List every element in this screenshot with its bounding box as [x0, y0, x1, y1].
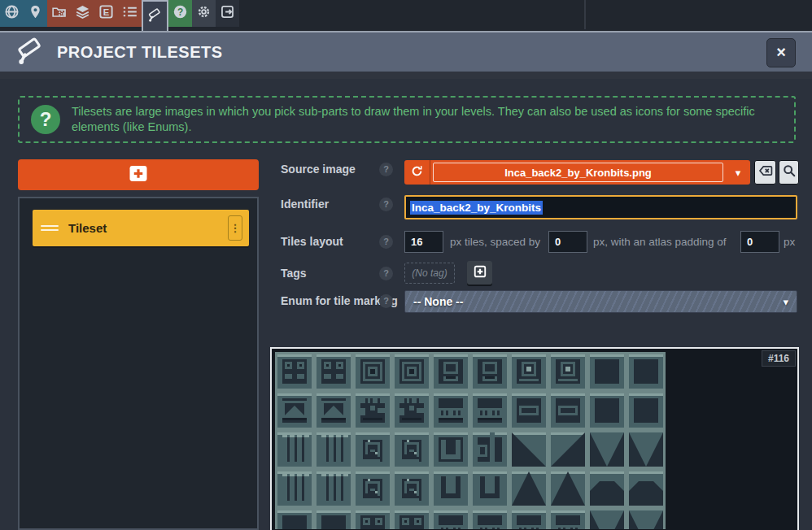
page-title: PROJECT TILESETS [57, 43, 223, 62]
source-image-dropdown-button[interactable]: ▾ [726, 160, 750, 185]
tiles-layout-help-icon[interactable]: ? [379, 235, 393, 249]
tileset-list: Tileset ⋮ [18, 197, 259, 530]
help-box: ? Tilesets are large images in which you… [18, 96, 796, 143]
plus-square-icon [472, 263, 488, 283]
tags-help-icon[interactable]: ? [379, 267, 393, 280]
svg-text:E: E [103, 7, 110, 17]
tileset-preview: #116 [270, 347, 799, 530]
tileset-list-item[interactable]: Tileset ⋮ [33, 210, 249, 246]
identifier-input[interactable]: Inca_back2_by_Kronbits [404, 195, 797, 219]
locations-button[interactable] [24, 0, 47, 27]
add-tag-button[interactable] [467, 261, 492, 285]
settings-button[interactable] [192, 0, 216, 27]
header-shadow-strip [0, 72, 812, 79]
tilesets-button[interactable] [142, 0, 168, 31]
refresh-icon [410, 164, 424, 181]
enum-marking-help-icon[interactable]: ? [379, 294, 393, 308]
tiles-layout-text-3: px [784, 236, 795, 248]
toolbar-divider [584, 0, 586, 29]
exit-button[interactable] [216, 0, 239, 27]
reload-image-button[interactable] [404, 160, 430, 185]
tile-count-badge: #116 [762, 350, 796, 367]
source-image-help-icon[interactable]: ? [379, 163, 393, 176]
tileset-item-label: Tileset [68, 221, 107, 235]
paint-roller-icon [147, 7, 163, 26]
tiles-layout-label: Tiles layout [281, 235, 343, 248]
help-text: Tilesets are large images in which you p… [72, 104, 783, 135]
enums-button[interactable]: E [94, 0, 118, 27]
identifier-label: Identifier [281, 198, 329, 211]
tile-size-input[interactable] [404, 231, 443, 253]
locate-image-button[interactable] [779, 160, 799, 185]
exit-icon [220, 4, 235, 23]
help-question-icon: ? [31, 105, 60, 134]
main-toolbar: E ? [0, 0, 812, 31]
panel-header: PROJECT TILESETS × [0, 31, 812, 72]
chevron-down-icon: ▾ [783, 296, 788, 308]
atlas-padding-input[interactable] [740, 231, 779, 253]
svg-text:?: ? [177, 7, 183, 18]
folder-gear-icon [51, 4, 67, 23]
no-tag-placeholder: (No tag) [404, 263, 455, 284]
paint-roller-header-icon [15, 37, 47, 67]
close-button[interactable]: × [766, 38, 796, 67]
tiles-layout-text-1: px tiles, spaced by [450, 236, 540, 248]
world-button[interactable] [0, 0, 24, 27]
tile-spacing-input[interactable] [548, 231, 587, 253]
gear-icon [196, 4, 212, 23]
world-icon [4, 4, 20, 23]
map-pin-icon [28, 4, 43, 23]
source-image-label: Source image [281, 163, 356, 176]
plus-icon [129, 165, 148, 185]
add-tileset-button[interactable] [18, 159, 259, 190]
enum-marking-select[interactable]: -- None -- ▾ [404, 290, 797, 313]
identifier-selected-text: Inca_back2_by_Kronbits [410, 201, 543, 215]
clear-image-button[interactable] [754, 160, 776, 185]
enum-marking-value: -- None -- [413, 295, 463, 308]
tags-label: Tags [281, 267, 307, 280]
magnifier-icon [782, 163, 797, 181]
help-button[interactable]: ? [168, 0, 192, 27]
question-icon: ? [172, 4, 188, 23]
tiles-layout-text-2: px, with an atlas padding of [593, 236, 727, 248]
item-menu-button[interactable]: ⋮ [228, 215, 242, 241]
layers-button[interactable] [71, 0, 94, 27]
tileset-preview-image [275, 352, 666, 529]
backspace-icon [758, 163, 773, 181]
source-image-file-button[interactable]: Inca_back2_by_Kronbits.png [433, 163, 723, 182]
identifier-help-icon[interactable]: ? [379, 198, 393, 211]
project-settings-button[interactable] [47, 0, 71, 27]
ldtk-project-tilesets-panel: E ? PROJECT TILESETS × ? Tilesets are la… [0, 0, 812, 530]
source-image-bar: Inca_back2_by_Kronbits.png ▾ [404, 160, 750, 185]
enum-e-icon: E [98, 4, 114, 23]
layers-icon [75, 4, 90, 23]
entities-button[interactable] [118, 0, 142, 27]
drag-handle-icon[interactable] [41, 225, 59, 231]
list-icon [122, 4, 138, 23]
